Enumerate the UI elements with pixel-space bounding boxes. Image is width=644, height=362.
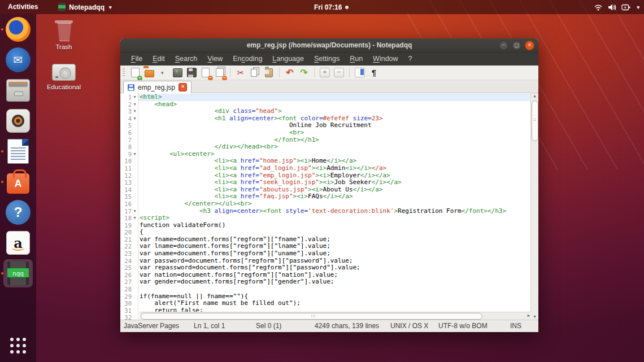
amazon-icon: a xyxy=(6,231,30,255)
dock-item-help[interactable]: ? xyxy=(0,197,36,228)
line-number: 29 xyxy=(120,293,132,300)
running-indicator-dot xyxy=(1,28,3,30)
desktop-icon-trash[interactable]: Trash xyxy=(42,20,85,50)
open-caret-icon[interactable]: ▾ xyxy=(158,68,168,78)
line-number: 10 xyxy=(120,158,132,165)
fold-marker-icon[interactable]: ▼ xyxy=(132,115,138,123)
status-doc-stats: 4249 chars, 139 lines xyxy=(315,322,379,330)
menu-edit[interactable]: Edit xyxy=(147,53,170,66)
cut-icon[interactable]: ✂ xyxy=(236,68,246,78)
fold-marker-icon[interactable]: ▼ xyxy=(132,94,138,101)
line-number: 3 xyxy=(120,108,132,115)
dock: ✉A?anqq xyxy=(0,14,36,362)
toolbar-separator xyxy=(279,68,280,77)
line-number: 4 xyxy=(120,115,132,123)
scroll-up-icon[interactable]: ▲ xyxy=(531,94,538,98)
drive-icon xyxy=(52,64,76,81)
minimize-button[interactable]: − xyxy=(499,41,508,50)
maximize-button[interactable]: ◻ xyxy=(512,41,521,50)
line-number: 26 xyxy=(120,272,132,279)
zoom-out-icon[interactable]: − xyxy=(334,68,344,78)
fold-marker-icon[interactable]: ▼ xyxy=(132,108,138,115)
volume-icon xyxy=(608,4,616,11)
save-icon[interactable] xyxy=(172,68,182,78)
show-all-chars-icon[interactable]: ¶ xyxy=(369,68,379,78)
menu-encoding[interactable]: Encoding xyxy=(228,53,267,66)
scroll-right-icon[interactable]: ▶ xyxy=(528,313,530,318)
activities-button[interactable]: Activities xyxy=(0,0,46,14)
close-button[interactable]: × xyxy=(525,41,534,50)
menu-window[interactable]: Window xyxy=(368,53,403,66)
line-number: 30 xyxy=(120,300,132,307)
horizontal-scrollbar-thumb[interactable] xyxy=(141,313,482,320)
tab-close-icon[interactable]: × xyxy=(179,83,187,91)
editor-area[interactable]: 1▼<html>2▼ <head>3▼ <div class="head">4▼… xyxy=(120,93,538,320)
horizontal-scrollbar[interactable]: ▶ xyxy=(140,312,531,320)
dock-item-thunderbird[interactable]: ✉ xyxy=(0,45,36,75)
clock-button[interactable]: Fri 07:16 xyxy=(314,3,349,11)
menu-[interactable]: ? xyxy=(403,53,417,66)
redo-icon[interactable]: ↷ xyxy=(299,68,309,78)
menu-run[interactable]: Run xyxy=(345,53,368,66)
system-status-area[interactable]: ▾ xyxy=(594,0,639,14)
open-icon[interactable] xyxy=(144,68,154,78)
code-area[interactable]: 1▼<html>2▼ <head>3▼ <div class="head">4▼… xyxy=(120,94,531,320)
menu-view[interactable]: View xyxy=(202,53,228,66)
tab-emp-reg-jsp[interactable]: emp_reg.jsp × xyxy=(123,81,192,93)
scroll-down-icon[interactable]: ▼ xyxy=(531,315,538,319)
fold-marker-icon[interactable]: ▼ xyxy=(132,208,138,215)
copy-icon[interactable] xyxy=(250,68,260,78)
new-icon[interactable] xyxy=(130,68,140,78)
menu-language[interactable]: Language xyxy=(267,53,309,66)
libreoffice-writer-icon xyxy=(7,139,29,164)
dock-item-libreoffice-writer[interactable] xyxy=(0,136,36,167)
fold-gutter xyxy=(132,250,138,258)
menu-file[interactable]: File xyxy=(126,53,147,66)
line-number: 6 xyxy=(120,129,132,137)
menu-search[interactable]: Search xyxy=(170,53,203,66)
dock-item-files[interactable] xyxy=(0,75,36,106)
desktop-icon-educational[interactable]: Educational xyxy=(42,64,85,90)
close-doc-icon[interactable] xyxy=(201,68,211,78)
app-menu-button[interactable]: Notepadqq ▾ xyxy=(58,0,111,14)
line-number: 2 xyxy=(120,101,132,108)
thunderbird-icon: ✉ xyxy=(6,47,31,72)
dock-item-firefox[interactable] xyxy=(0,14,36,45)
fold-gutter xyxy=(132,172,138,180)
rhythmbox-icon xyxy=(6,109,30,133)
fold-gutter xyxy=(132,229,138,236)
vertical-scrollbar-thumb[interactable] xyxy=(532,101,538,141)
dock-item-rhythmbox[interactable] xyxy=(0,106,36,136)
word-wrap-icon[interactable] xyxy=(355,68,365,78)
code-line: 17▼ <h3 align=center><font style='text-d… xyxy=(120,208,531,215)
toolbar: ▾✂↶↷+−¶ xyxy=(120,66,538,80)
vertical-scrollbar[interactable]: ▲ ▼ xyxy=(530,93,538,320)
toolbar-separator xyxy=(349,68,350,77)
paste-icon[interactable] xyxy=(264,68,274,78)
fold-gutter xyxy=(132,129,138,137)
window-titlebar[interactable]: emp_reg.jsp (/home/swap/Documents) - Not… xyxy=(120,38,538,53)
dock-item-ubuntu-software[interactable]: A xyxy=(0,167,36,197)
fold-gutter xyxy=(132,158,138,165)
zoom-in-icon[interactable]: + xyxy=(320,68,330,78)
notepadqq-mini-icon xyxy=(58,3,66,11)
dock-item-notepadqq[interactable]: nqq xyxy=(0,258,36,289)
save-all-icon[interactable] xyxy=(186,68,197,78)
fold-marker-icon[interactable]: ▼ xyxy=(132,215,138,222)
menu-settings[interactable]: Settings xyxy=(309,53,345,66)
undo-icon[interactable]: ↶ xyxy=(285,68,295,78)
fold-marker-icon[interactable]: ▼ xyxy=(132,101,138,108)
fold-gutter xyxy=(132,200,138,208)
close-all-icon[interactable] xyxy=(215,68,225,78)
fold-marker-icon[interactable]: ▼ xyxy=(132,151,138,158)
line-number: 24 xyxy=(120,258,132,265)
ubuntu-software-icon: A xyxy=(7,173,29,194)
dock-item-amazon[interactable]: a xyxy=(0,228,36,258)
code-text: var gender=document.forms[regform"]["gen… xyxy=(138,278,531,286)
code-line: 19function validateForm() xyxy=(120,222,531,229)
status-encoding: UTF-8 w/o BOM xyxy=(438,322,488,330)
running-indicator-dot xyxy=(1,181,3,183)
show-applications-button[interactable] xyxy=(0,333,36,359)
line-number: 19 xyxy=(120,222,132,229)
fold-gutter xyxy=(132,243,138,250)
